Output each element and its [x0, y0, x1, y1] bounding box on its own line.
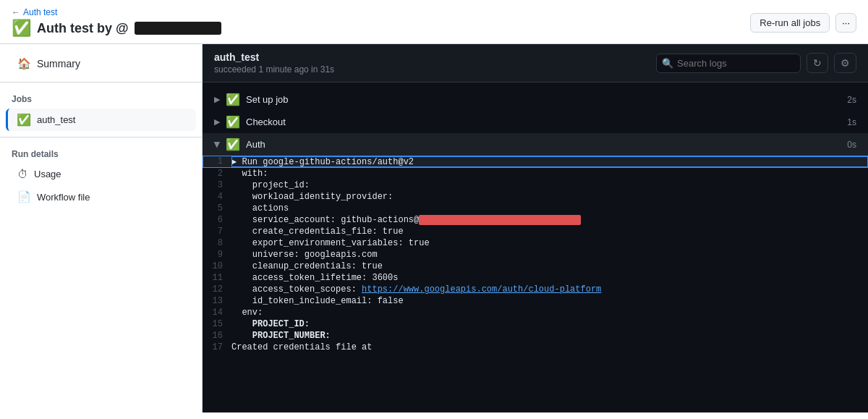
log-panel-header: auth_test succeeded 1 minute ago in 31s … [203, 44, 868, 82]
line-num-3: 3 [203, 180, 231, 190]
line-content-12: access_token_scopes: https://www.googlea… [231, 284, 868, 295]
line-content-5: actions [231, 203, 868, 213]
job-success-icon: ✅ [17, 113, 31, 127]
settings-button[interactable]: ⚙ [834, 53, 856, 73]
breadcrumb-link[interactable]: Auth test [23, 7, 57, 17]
usage-label: Usage [34, 169, 61, 179]
step-time-auth: 0s [847, 140, 856, 150]
line-num-2: 2 [203, 169, 231, 179]
steps-container: ▶ ✅ Set up job 2s ▶ ✅ Checkout 1s ▶ ✅ Au… [203, 82, 868, 359]
step-row-auth[interactable]: ▶ ✅ Auth 0s [203, 133, 868, 156]
line-content-6: service_account: github-actions@ [231, 215, 868, 225]
search-logs-wrapper: 🔍 [656, 54, 801, 73]
search-logs-input[interactable] [656, 54, 801, 73]
sidebar-item-summary[interactable]: 🏠 Summary [6, 51, 196, 76]
header-left: ← Auth test ✅ Auth test by @ [12, 7, 221, 38]
sidebar-item-usage[interactable]: ⏱ Usage [6, 164, 196, 185]
line-content-13: id_token_include_email: false [231, 296, 868, 306]
log-line-14[interactable]: 14 env: [203, 307, 868, 318]
line-content-17: Created credentials file at [231, 342, 868, 352]
line-content-15: PROJECT_ID: [231, 319, 868, 329]
line-content-11: access_token_lifetime: 3600s [231, 273, 868, 283]
line-content-2: with: [231, 169, 868, 179]
line-content-7: create_credentials_file: true [231, 227, 868, 237]
job-label: auth_test [37, 114, 76, 125]
step-success-icon-auth: ✅ [226, 137, 240, 151]
log-line-5[interactable]: 5 actions [203, 203, 868, 214]
line-content-3: project_id: [231, 180, 868, 190]
summary-icon: 🏠 [17, 57, 31, 70]
usage-icon: ⏱ [17, 168, 28, 180]
line-num-5: 5 [203, 203, 231, 213]
jobs-section-label: Jobs [0, 88, 202, 107]
workflow-icon: 📄 [17, 190, 31, 203]
breadcrumb-arrow-icon: ← [12, 7, 20, 17]
log-line-2[interactable]: 2 with: [203, 168, 868, 179]
access-token-scopes-link[interactable]: https://www.googleapis.com/auth/cloud-pl… [362, 284, 601, 295]
log-job-title: auth_test [214, 51, 334, 63]
line-content-10: cleanup_credentials: true [231, 261, 868, 271]
log-line-8[interactable]: 8 export_environment_variables: true [203, 237, 868, 249]
line-num-16: 16 [203, 331, 231, 341]
step-row-setup[interactable]: ▶ ✅ Set up job 2s [203, 88, 868, 111]
breadcrumb: ← Auth test [12, 7, 221, 17]
log-line-9[interactable]: 9 universe: googleapis.com [203, 249, 868, 261]
line-num-1: 1 [203, 156, 231, 166]
main-layout: 🏠 Summary Jobs ✅ auth_test Run details ⏱… [0, 44, 868, 412]
sidebar-item-workflow-file[interactable]: 📄 Workflow file [6, 186, 196, 208]
line-content-4: workload_identity_provider: [231, 192, 868, 202]
log-panel: auth_test succeeded 1 minute ago in 31s … [203, 44, 868, 412]
step-name-checkout: Checkout [246, 117, 847, 127]
log-line-17[interactable]: 17 Created credentials file at [203, 342, 868, 353]
run-details-label: Run details [0, 143, 202, 162]
log-line-13[interactable]: 13 id_token_include_email: false [203, 295, 868, 307]
line-num-11: 11 [203, 273, 231, 283]
refresh-button[interactable]: ↻ [807, 53, 828, 73]
header-right: Re-run all jobs ··· [750, 13, 856, 33]
step-chevron-auth: ▶ [213, 142, 222, 148]
line-content-14: env: [231, 308, 868, 318]
rerun-all-jobs-button[interactable]: Re-run all jobs [750, 13, 830, 33]
redacted-email [419, 215, 580, 225]
log-line-7[interactable]: 7 create_credentials_file: true [203, 226, 868, 237]
log-line-1[interactable]: 1 ▶ Run google-github-actions/auth@v2 [203, 156, 868, 168]
log-title-section: auth_test succeeded 1 minute ago in 31s [214, 51, 334, 75]
log-line-3[interactable]: 3 project_id: [203, 179, 868, 191]
line-content-8: export_environment_variables: true [231, 238, 868, 248]
divider-2 [0, 137, 202, 137]
line-num-12: 12 [203, 284, 231, 295]
step-chevron-checkout: ▶ [214, 117, 220, 127]
line-content-9: universe: googleapis.com [231, 250, 868, 260]
line-num-4: 4 [203, 192, 231, 202]
top-header: ← Auth test ✅ Auth test by @ Re-run all … [0, 0, 868, 44]
more-options-button[interactable]: ··· [835, 13, 856, 33]
step-name-auth: Auth [246, 139, 847, 150]
step-success-icon-setup: ✅ [226, 93, 240, 106]
line-num-10: 10 [203, 261, 231, 271]
log-line-11[interactable]: 11 access_token_lifetime: 3600s [203, 272, 868, 284]
line-num-7: 7 [203, 227, 231, 237]
line-num-8: 8 [203, 238, 231, 248]
step-chevron-setup: ▶ [214, 95, 220, 104]
page-title: ✅ Auth test by @ [12, 19, 221, 38]
log-line-15[interactable]: 15 PROJECT_ID: [203, 318, 868, 330]
log-line-10[interactable]: 10 cleanup_credentials: true [203, 261, 868, 272]
search-icon: 🔍 [662, 58, 673, 69]
workflow-label: Workflow file [37, 192, 90, 203]
step-time-checkout: 1s [847, 117, 856, 127]
line-num-9: 9 [203, 250, 231, 260]
line-num-14: 14 [203, 308, 231, 318]
log-line-16[interactable]: 16 PROJECT_NUMBER: [203, 330, 868, 342]
log-line-4[interactable]: 4 workload_identity_provider: [203, 191, 868, 203]
success-icon: ✅ [12, 19, 31, 38]
step-name-setup: Set up job [246, 94, 847, 105]
log-lines-container: 1 ▶ Run google-github-actions/auth@v2 2 … [203, 156, 868, 353]
sidebar-item-auth-test[interactable]: ✅ auth_test [6, 109, 196, 131]
page-title-text: Auth test by @ [37, 21, 129, 36]
line-num-13: 13 [203, 296, 231, 306]
log-line-6[interactable]: 6 service_account: github-actions@ [203, 214, 868, 226]
log-header-actions: 🔍 ↻ ⚙ [656, 53, 856, 73]
step-row-checkout[interactable]: ▶ ✅ Checkout 1s [203, 111, 868, 133]
divider-1 [0, 82, 202, 82]
log-line-12[interactable]: 12 access_token_scopes: https://www.goog… [203, 284, 868, 295]
